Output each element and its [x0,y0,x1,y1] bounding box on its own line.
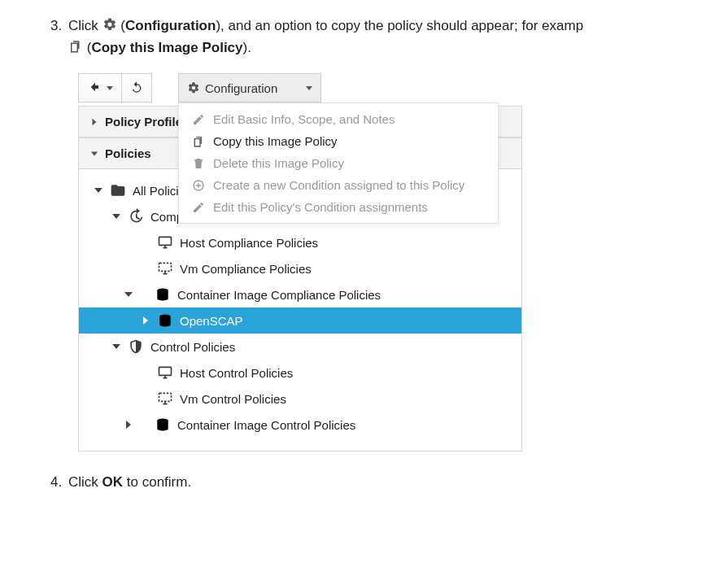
back-button[interactable] [78,73,122,102]
expand-toggle[interactable] [124,420,133,430]
history-icon [128,208,144,225]
tree-container-compliance[interactable]: Container Image Compliance Policies [79,281,521,307]
gear-icon [187,81,200,94]
chevron-down-icon [107,86,113,90]
expand-toggle[interactable] [141,264,150,273]
gear-icon [102,16,117,31]
vm-icon [157,390,173,407]
app-screenshot: Configuration Edit Basic Info, Scope, an… [78,73,522,451]
menu-label: Edit this Policy's Condition assignments [213,200,428,214]
monitor-icon [157,234,173,251]
container-stack-icon [157,312,173,329]
tree-label: Host Control Policies [180,366,293,380]
configuration-label: Configuration [205,81,277,95]
expand-toggle[interactable] [141,368,150,377]
trash-icon [192,157,205,170]
step-text: Click [68,474,102,490]
step-body: Click (Configuration), and an option to … [68,15,725,59]
step-text-bold: OK [102,474,124,490]
copy-icon [192,135,205,148]
doc-step: 4. Click OK to confirm. [0,471,728,493]
tree-label: Control Policies [150,340,235,354]
expand-toggle[interactable] [111,212,121,221]
tree-label: Container Image Compliance Policies [177,288,381,302]
menu-create-condition[interactable]: Create a new Condition assigned to this … [179,174,498,196]
tree-label: Vm Control Policies [180,392,286,406]
menu-label: Create a new Condition assigned to this … [213,178,464,192]
accordion-label: Policy Profiles [105,115,189,129]
step-text-bold: Configuration [125,18,216,33]
chevron-right-icon [90,118,98,126]
pencil-icon [192,113,205,126]
expand-toggle[interactable] [141,238,150,247]
shield-icon [128,338,144,355]
tree-host-compliance[interactable]: Host Compliance Policies [79,229,521,255]
configuration-dropdown-wrap: Configuration Edit Basic Info, Scope, an… [178,73,321,102]
step-text: ). [243,40,251,55]
copy-icon [68,38,83,53]
menu-edit-conditions[interactable]: Edit this Policy's Condition assignments [179,196,498,218]
tree-vm-compliance[interactable]: Vm Compliance Policies [79,255,521,281]
tree-label: Vm Compliance Policies [180,262,312,276]
chevron-down-icon [306,86,312,90]
tree-label: OpenSCAP [180,314,243,328]
expand-toggle[interactable] [124,290,133,299]
step-body: Click OK to confirm. [68,471,725,493]
expand-toggle[interactable] [141,394,150,403]
step-text: Click [68,18,102,33]
step-number: 3. [50,15,68,59]
menu-edit-basic[interactable]: Edit Basic Info, Scope, and Notes [179,108,498,130]
tree-openscap[interactable]: OpenSCAP [79,307,521,334]
menu-label: Copy this Image Policy [213,134,338,148]
doc-step: 3. Click (Configuration), and an option … [0,15,728,59]
step-text-bold: Copy this Image Policy [91,40,242,55]
tree-container-control[interactable]: Container Image Control Policies [79,412,521,438]
menu-label: Delete this Image Policy [213,156,344,170]
back-arrow-icon [87,81,100,96]
tree-vm-control[interactable]: Vm Control Policies [79,386,521,412]
step-text: to confirm. [123,474,191,490]
expand-toggle[interactable] [94,185,103,195]
expand-toggle[interactable] [111,342,121,351]
refresh-icon [130,81,143,96]
configuration-button[interactable]: Configuration [178,73,321,102]
container-stack-icon [155,417,171,433]
pencil-icon [192,201,205,214]
folder-icon [110,182,126,198]
vm-icon [157,260,173,277]
tree-host-control[interactable]: Host Control Policies [79,360,521,386]
tree-label: Host Compliance Policies [180,236,318,250]
tree-control-policies[interactable]: Control Policies [79,334,521,360]
menu-label: Edit Basic Info, Scope, and Notes [213,112,395,126]
step-number: 4. [50,471,68,493]
toolbar: Configuration Edit Basic Info, Scope, an… [78,73,522,102]
expand-toggle[interactable] [141,316,150,325]
step-text: ), and an option to copy the policy shou… [216,18,583,33]
nav-button-group [78,73,152,102]
configuration-menu: Edit Basic Info, Scope, and Notes Copy t… [178,102,499,224]
monitor-icon [157,364,173,381]
refresh-button[interactable] [121,73,152,102]
container-stack-icon [155,286,171,303]
plus-circle-icon [192,179,205,192]
accordion-label: Policies [105,146,151,160]
menu-copy-policy[interactable]: Copy this Image Policy [179,130,498,152]
chevron-down-icon [90,150,98,158]
menu-delete-policy[interactable]: Delete this Image Policy [179,152,498,174]
tree-label: Container Image Control Policies [177,418,355,432]
